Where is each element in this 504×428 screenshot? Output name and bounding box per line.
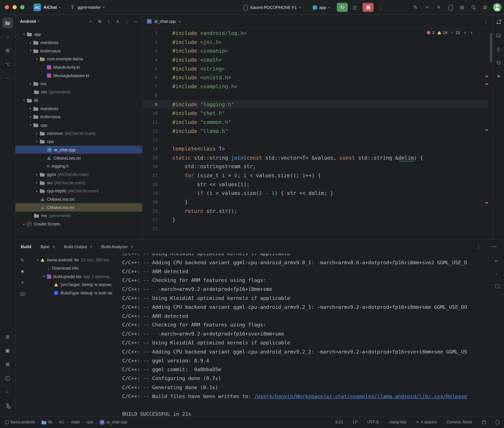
packages-tool-button[interactable]: ▣ bbox=[2, 345, 13, 356]
profiler-button[interactable]: ≈ bbox=[422, 3, 432, 12]
chevron-right-icon[interactable]: ▸ bbox=[34, 173, 40, 176]
tree-item-messageadapter-kt[interactable]: MessageAdapter.kt bbox=[16, 71, 142, 80]
tree-item-res[interactable]: res(generated) bbox=[16, 88, 142, 96]
stop-build-button[interactable]: ■ bbox=[18, 267, 27, 276]
code-line[interactable]: 6#include <unistd.h> bbox=[142, 73, 488, 82]
tree-item-ggml[interactable]: ▸ggml[AiChat.lib.main] bbox=[16, 170, 142, 179]
minimize-window-button[interactable] bbox=[13, 5, 17, 9]
chevron-down-icon[interactable]: ▾ bbox=[34, 57, 40, 61]
code-line[interactable]: 3#include <iomanip> bbox=[142, 47, 488, 56]
code-line[interactable]: 10#include "chat.h" bbox=[142, 109, 488, 118]
error-count[interactable]: 3 bbox=[427, 30, 434, 35]
status-clang-tidy[interactable]: .clang-tidy bbox=[388, 420, 407, 424]
tree-item-jvmtarget-string-is-deprec[interactable]: 'jvmTarget: String' is deprec bbox=[29, 280, 122, 289]
error-stripe-mark[interactable] bbox=[485, 76, 488, 77]
chevron-down-icon[interactable]: ▾ bbox=[21, 33, 27, 36]
tree-item-manifests[interactable]: ▸manifests bbox=[16, 105, 142, 113]
logcat-tool-button[interactable]: ≣ bbox=[2, 331, 13, 342]
more-button[interactable]: ⋮ bbox=[122, 16, 131, 25]
chevron-right-icon[interactable]: ▸ bbox=[34, 132, 40, 135]
tree-item-build-gradle-kts[interactable]: ▾build.gradle.ktsapp 1 warning bbox=[29, 272, 122, 280]
layout-inspector-tool-button[interactable]: ⊡ bbox=[494, 58, 503, 67]
chevron-right-icon[interactable]: ▸ bbox=[34, 189, 40, 193]
expand-all-button[interactable]: ↕ bbox=[104, 16, 113, 25]
breadcrumb-item-src[interactable]: src bbox=[59, 420, 64, 424]
tree-item-llama-android-fin[interactable]: ▾llama.android: fin22 sec, 583 ms bbox=[29, 256, 122, 264]
code-line[interactable]: 13 bbox=[142, 135, 488, 144]
tree-item-common[interactable]: ▸common[AiChat.lib.main] bbox=[16, 129, 142, 137]
tree-item-cmakelists-txt[interactable]: CMakeLists.txt bbox=[16, 195, 142, 203]
chevron-down-icon[interactable]: ▾ bbox=[28, 123, 34, 127]
code-line[interactable]: 19 if (i < values.size() - 1) { str << d… bbox=[142, 189, 488, 198]
chevron-down-icon[interactable]: ▾ bbox=[35, 258, 41, 262]
previous-problem-icon[interactable]: ∧ bbox=[464, 31, 466, 35]
tree-item-res[interactable]: ▸res bbox=[16, 80, 142, 88]
tree-item-manifests[interactable]: ▸manifests bbox=[16, 38, 142, 47]
build-tab-sync[interactable]: Sync× bbox=[40, 244, 55, 249]
tree-item-logging-h[interactable]: Hlogging.h bbox=[16, 162, 142, 170]
close-tab-icon[interactable]: × bbox=[131, 244, 133, 249]
structure-tool-button[interactable]: ⊞ bbox=[2, 45, 13, 56]
code-line[interactable]: 21 return str.str(); bbox=[142, 207, 488, 216]
breadcrumb-item-cpp[interactable]: cpp bbox=[87, 420, 93, 424]
build-options-button[interactable]: ⋮ bbox=[474, 242, 483, 251]
status-9-21[interactable]: 9:21 bbox=[335, 420, 343, 424]
sync-button[interactable]: ↻ bbox=[18, 255, 27, 264]
status-utf-8[interactable]: UTF-8 bbox=[367, 420, 378, 424]
code-line[interactable]: 11#include "common.h" bbox=[142, 118, 488, 127]
code-line[interactable]: 12#include "llama.h" bbox=[142, 127, 488, 136]
tree-item-cpp-httplib[interactable]: ▸cpp-httplib[AiChat.lib.main] bbox=[16, 187, 142, 195]
chevron-right-icon[interactable]: ▸ bbox=[28, 41, 34, 44]
inspections-widget[interactable]: 3 24 ✓ 15 ∧ ∨ bbox=[427, 30, 473, 35]
add-button[interactable]: + bbox=[86, 16, 95, 25]
tree-item-mainactivity-kt[interactable]: MainActivity.kt bbox=[16, 63, 142, 71]
device-explorer-tool-button[interactable]: ▯ bbox=[494, 44, 503, 54]
tree-item-app[interactable]: ▾app bbox=[16, 30, 142, 38]
chevron-right-icon[interactable]: ▸ bbox=[21, 222, 27, 226]
debug-button[interactable] bbox=[350, 3, 359, 12]
scroll-end-button[interactable]: ↓ bbox=[493, 269, 501, 278]
ai-assistant-button[interactable]: ✎ bbox=[411, 3, 420, 12]
code-line[interactable]: 2#include <jni.h> bbox=[142, 38, 488, 47]
tree-item-cmakelists-txt[interactable]: CMakeLists.txt bbox=[16, 154, 142, 162]
tree-item-cpp[interactable]: ▾cpp bbox=[16, 121, 142, 129]
editor-tab-ai-chat-cpp[interactable]: ++ ai_chat.cpp × bbox=[142, 15, 185, 28]
settings-button[interactable]: ⚙ bbox=[480, 3, 490, 12]
assistant-tool-button[interactable]: ∗ bbox=[494, 71, 503, 81]
run-configuration-selector[interactable]: app ▾ bbox=[310, 2, 333, 13]
build-console[interactable]: C/C++: -- Using KleidiAI optimized kerne… bbox=[122, 254, 486, 416]
tree-item-cpp[interactable]: ▾cpp bbox=[16, 137, 142, 146]
terminal-tool-button[interactable]: >_ bbox=[2, 387, 13, 397]
editor-scrollbar[interactable] bbox=[490, 33, 492, 62]
code-line[interactable]: 20 } bbox=[142, 198, 488, 207]
version-control-tool-button[interactable] bbox=[2, 400, 13, 411]
project-tool-button[interactable] bbox=[2, 17, 13, 28]
code-line[interactable]: 16 std::ostringstream str; bbox=[142, 162, 488, 171]
more-horizontal-tool-button[interactable]: ⋯ bbox=[2, 73, 13, 83]
more-run-actions-button[interactable]: ⋮ bbox=[376, 3, 386, 12]
tree-item-download-info[interactable]: ↓Download info bbox=[29, 264, 122, 272]
status-lf[interactable]: LF bbox=[353, 420, 358, 424]
tree-item-src[interactable]: ▸src[AiChat.lib.main] bbox=[16, 179, 142, 187]
editor-options-button[interactable]: ⋮ bbox=[483, 18, 488, 24]
status-context-none[interactable]: Context: None bbox=[446, 420, 472, 424]
vcs-branch-selector[interactable]: ggml-master ▾ bbox=[68, 2, 107, 12]
tree-item-kotlin-java[interactable]: ▾kotlin+java bbox=[16, 47, 142, 55]
close-tab-icon[interactable]: × bbox=[90, 244, 92, 249]
tree-item-lib[interactable]: ▾lib bbox=[16, 96, 142, 104]
build-tab-build-analyzer[interactable]: Build Analyzer× bbox=[101, 244, 133, 249]
chevron-down-icon[interactable]: ▾ bbox=[34, 140, 40, 143]
breadcrumb-item-main[interactable]: main bbox=[71, 420, 80, 424]
preview-button[interactable] bbox=[18, 289, 27, 298]
project-selector[interactable]: AC AiChat ▾ bbox=[31, 2, 63, 12]
code-line[interactable]: 5#include <string> bbox=[142, 64, 488, 73]
soft-wrap-button[interactable]: ↵ bbox=[493, 257, 501, 265]
tree-item-cmakelists-txt[interactable]: CMakeLists.txt bbox=[16, 203, 142, 212]
problems-tool-button[interactable]: ! bbox=[2, 373, 13, 384]
error-stripe-mark[interactable] bbox=[485, 83, 488, 85]
code-editor[interactable]: 1#include <android/log.h>2#include <jni.… bbox=[142, 28, 488, 239]
pull-requests-tool-button[interactable]: ⌥ bbox=[2, 59, 13, 70]
tree-item-buildtype-debug-is-both-de[interactable]: BuildType 'debug' is both de bbox=[29, 289, 122, 297]
zoom-window-button[interactable] bbox=[20, 5, 24, 9]
code-line[interactable]: 7#include <sampling.h> bbox=[142, 82, 488, 91]
